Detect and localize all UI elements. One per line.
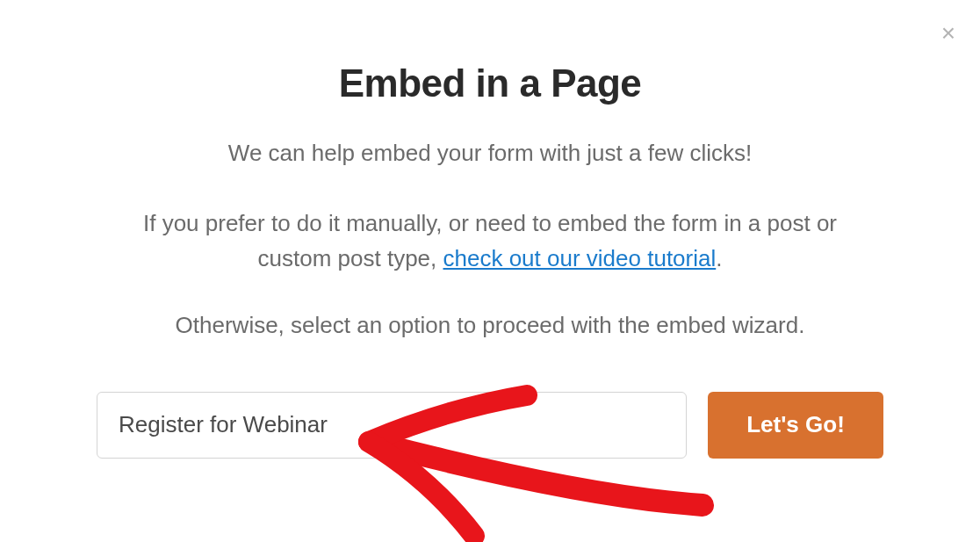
embed-modal: Embed in a Page We can help embed your f… [0,0,980,459]
description-text: If you prefer to do it manually, or need… [88,206,892,277]
lets-go-button[interactable]: Let's Go! [708,392,883,459]
description-suffix: . [716,245,722,271]
video-tutorial-link[interactable]: check out our video tutorial [443,245,717,271]
wizard-instruction: Otherwise, select an option to proceed w… [88,309,892,343]
embed-form-row: Let's Go! [88,392,892,459]
page-name-input[interactable] [97,392,687,459]
subtitle-text: We can help embed your form with just a … [88,137,892,170]
close-icon[interactable]: × [941,21,955,46]
page-title: Embed in a Page [88,61,892,105]
